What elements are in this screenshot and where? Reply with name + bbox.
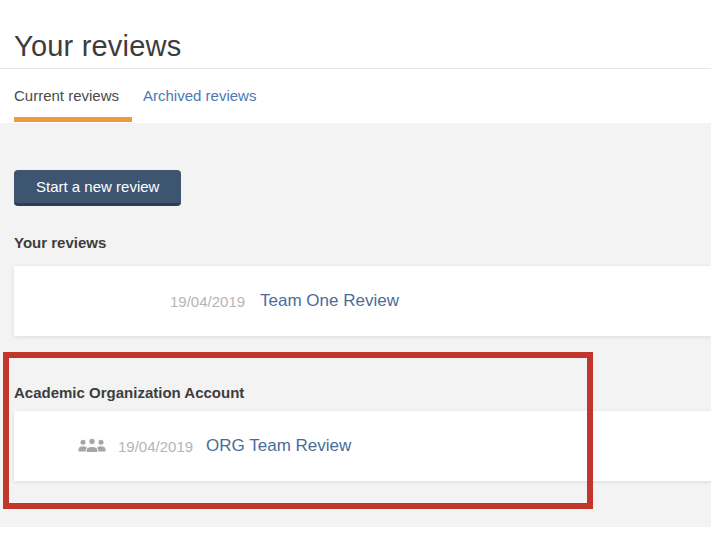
review-date: 19/04/2019	[170, 293, 245, 310]
review-row-org-team[interactable]: 19/04/2019 ORG Team Review	[14, 411, 711, 481]
header-divider	[0, 68, 711, 69]
tab-current-reviews[interactable]: Current reviews	[14, 86, 119, 106]
review-date: 19/04/2019	[118, 438, 193, 455]
review-link-team-one[interactable]: Team One Review	[260, 291, 399, 311]
tab-archived-reviews[interactable]: Archived reviews	[143, 86, 256, 106]
your-reviews-page: Your reviews Current reviews Archived re…	[0, 0, 711, 552]
section-heading-academic-organization-account: Academic Organization Account	[14, 384, 244, 401]
section-heading-your-reviews: Your reviews	[14, 234, 106, 251]
group-icon	[78, 437, 106, 455]
active-tab-indicator	[14, 117, 132, 122]
tab-bar: Current reviews Archived reviews	[14, 86, 256, 106]
start-new-review-button[interactable]: Start a new review	[14, 170, 181, 206]
page-title: Your reviews	[14, 30, 181, 63]
review-row-team-one[interactable]: 19/04/2019 Team One Review	[14, 266, 711, 336]
review-link-org-team[interactable]: ORG Team Review	[206, 436, 351, 456]
